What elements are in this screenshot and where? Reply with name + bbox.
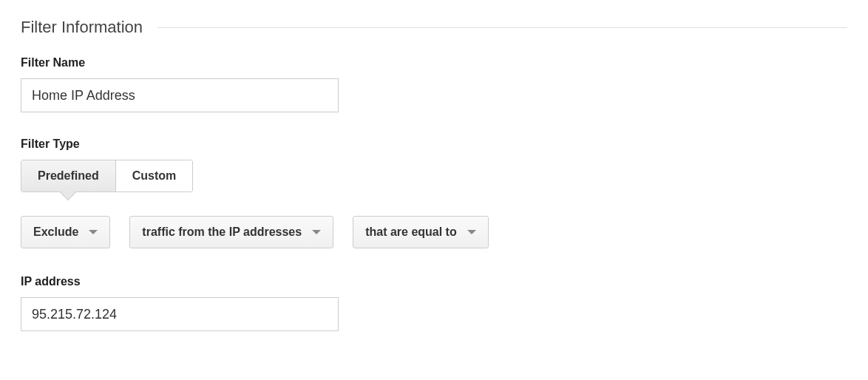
action-dropdown-label: Exclude: [33, 225, 78, 239]
filter-type-group: Filter Type Predefined Custom Exclude tr…: [21, 138, 847, 248]
filter-name-input[interactable]: [21, 78, 339, 112]
action-dropdown[interactable]: Exclude: [21, 216, 110, 248]
dropdown-row: Exclude traffic from the IP addresses th…: [21, 216, 847, 248]
match-dropdown-label: that are equal to: [365, 225, 457, 239]
match-dropdown[interactable]: that are equal to: [353, 216, 489, 248]
ip-address-input[interactable]: [21, 297, 339, 331]
caret-down-icon: [89, 230, 98, 234]
source-dropdown[interactable]: traffic from the IP addresses: [129, 216, 333, 248]
section-header: Filter Information: [21, 18, 847, 37]
tab-custom[interactable]: Custom: [116, 160, 193, 191]
section-divider: [157, 27, 847, 28]
caret-down-icon: [312, 230, 321, 234]
caret-down-icon: [467, 230, 476, 234]
filter-type-label: Filter Type: [21, 138, 847, 151]
filter-name-label: Filter Name: [21, 56, 847, 69]
filter-type-toggle: Predefined Custom: [21, 160, 193, 192]
source-dropdown-label: traffic from the IP addresses: [142, 225, 302, 239]
ip-address-label: IP address: [21, 275, 847, 288]
ip-address-group: IP address: [21, 275, 847, 331]
section-title: Filter Information: [21, 18, 143, 37]
filter-name-group: Filter Name: [21, 56, 847, 112]
tab-predefined[interactable]: Predefined: [21, 160, 116, 191]
